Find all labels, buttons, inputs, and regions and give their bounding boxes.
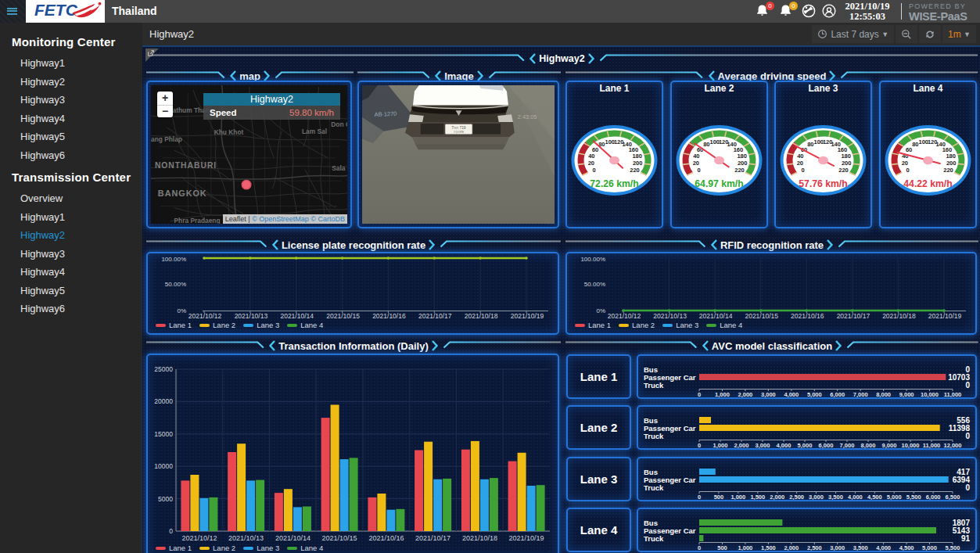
svg-text:20000: 20000	[154, 397, 173, 405]
svg-text:7กก 719: 7กก 719	[451, 126, 465, 130]
svg-text:Don C: Don C	[331, 120, 347, 128]
svg-text:180: 180	[946, 153, 956, 160]
svg-text:1,500: 1,500	[750, 494, 765, 500]
svg-text:2021/10/17: 2021/10/17	[418, 312, 452, 320]
svg-text:1,000: 1,000	[731, 494, 745, 500]
svg-text:2,500: 2,500	[789, 494, 804, 500]
svg-text:2021/10/13: 2021/10/13	[653, 312, 687, 320]
svg-text:100.00%: 100.00%	[580, 256, 605, 263]
svg-text:5,000: 5,000	[887, 494, 902, 500]
svg-text:5,000: 5,000	[807, 391, 822, 397]
svg-text:500: 500	[714, 494, 724, 500]
svg-text:2021/10/16: 2021/10/16	[368, 534, 404, 542]
svg-text:3,500: 3,500	[828, 494, 843, 500]
svg-text:2021/10/17: 2021/10/17	[837, 312, 871, 320]
svg-text:220: 220	[838, 167, 849, 174]
svg-text:4,000: 4,000	[777, 442, 792, 448]
svg-text:2021/10/14: 2021/10/14	[699, 312, 733, 320]
svg-text:2021/10/12: 2021/10/12	[608, 312, 641, 320]
svg-text:Truck: Truck	[644, 381, 664, 390]
svg-text:91: 91	[961, 534, 971, 543]
svg-text:6,000: 6,000	[926, 494, 941, 500]
svg-text:40: 40	[588, 153, 594, 160]
svg-text:15000: 15000	[154, 430, 173, 438]
svg-text:10,000: 10,000	[902, 442, 920, 448]
svg-text:0: 0	[697, 167, 700, 174]
svg-text:80: 80	[912, 141, 918, 148]
svg-text:40: 40	[797, 153, 803, 160]
svg-text:1,000: 1,000	[715, 391, 730, 397]
svg-text:2021/10/19: 2021/10/19	[928, 312, 962, 320]
svg-text:6,000: 6,000	[819, 442, 834, 448]
svg-text:0: 0	[801, 167, 804, 174]
svg-text:2021/10/16: 2021/10/16	[372, 312, 406, 320]
svg-text:2021/10/13: 2021/10/13	[235, 312, 268, 320]
svg-text:Phra Pradaeng: Phra Pradaeng	[174, 217, 221, 224]
svg-text:6,000: 6,000	[830, 391, 845, 397]
svg-text:72.26 km/h: 72.26 km/h	[590, 178, 638, 189]
svg-text:25000: 25000	[154, 365, 173, 373]
svg-text:2,500: 2,500	[807, 544, 822, 551]
svg-text:180: 180	[632, 153, 642, 160]
svg-text:0: 0	[698, 442, 701, 448]
svg-text:44.22 km/h: 44.22 km/h	[903, 178, 952, 189]
svg-text:Truck: Truck	[644, 534, 664, 543]
svg-text:8,000: 8,000	[876, 391, 891, 397]
svg-text:7,000: 7,000	[840, 442, 855, 448]
svg-text:4,500: 4,500	[867, 494, 882, 500]
svg-text:0: 0	[698, 494, 701, 500]
svg-text:180: 180	[841, 153, 851, 160]
svg-text:20: 20	[797, 160, 803, 167]
svg-text:4,000: 4,000	[784, 391, 799, 397]
svg-text:60: 60	[592, 146, 598, 153]
svg-text:5,500: 5,500	[906, 494, 921, 500]
svg-text:2021/10/19: 2021/10/19	[509, 534, 544, 542]
svg-text:1,000: 1,000	[713, 442, 728, 448]
svg-text:3,000: 3,000	[830, 544, 845, 551]
svg-text:Truck: Truck	[644, 432, 664, 440]
svg-text:64.97 km/h: 64.97 km/h	[695, 178, 743, 189]
svg-text:2021/10/18: 2021/10/18	[882, 312, 916, 320]
svg-text:2021/10/15: 2021/10/15	[745, 312, 778, 320]
svg-text:9,000: 9,000	[899, 391, 914, 397]
svg-text:0: 0	[965, 381, 970, 390]
svg-text:50.00%: 50.00%	[584, 281, 605, 288]
svg-text:3,500: 3,500	[853, 544, 868, 551]
svg-text:1,500: 1,500	[761, 544, 776, 551]
svg-text:0: 0	[592, 167, 595, 174]
svg-text:0: 0	[169, 527, 173, 535]
svg-text:0: 0	[965, 432, 970, 440]
svg-text:ang Phlap: ang Phlap	[151, 135, 182, 143]
svg-text:0: 0	[698, 544, 701, 551]
svg-text:0%: 0%	[177, 307, 186, 314]
svg-text:220: 220	[943, 167, 953, 174]
svg-text:0: 0	[906, 167, 909, 174]
svg-text:10000: 10000	[154, 462, 173, 470]
svg-text:0: 0	[965, 483, 970, 492]
svg-text:2021/10/17: 2021/10/17	[415, 534, 451, 542]
svg-text:6,500: 6,500	[946, 494, 960, 500]
svg-text:5,000: 5,000	[798, 442, 813, 448]
svg-text:AB·1270: AB·1270	[374, 110, 397, 118]
svg-text:2021/10/15: 2021/10/15	[322, 534, 357, 542]
svg-text:7,000: 7,000	[853, 391, 868, 397]
svg-text:0%: 0%	[596, 307, 605, 314]
svg-text:11,000: 11,000	[923, 442, 941, 448]
svg-text:1,000: 1,000	[738, 544, 753, 551]
svg-text:5,500: 5,500	[946, 544, 960, 551]
svg-text:2021/10/18: 2021/10/18	[462, 534, 497, 542]
svg-text:3,000: 3,000	[761, 391, 776, 397]
svg-text:2021/10/12: 2021/10/12	[188, 312, 222, 320]
svg-text:BANGKOK: BANGKOK	[158, 189, 207, 198]
svg-text:60: 60	[906, 146, 912, 153]
svg-text:220: 220	[734, 167, 745, 174]
svg-text:20: 20	[693, 160, 699, 167]
svg-text:12,000: 12,000	[944, 442, 962, 448]
svg-text:0: 0	[698, 391, 701, 397]
svg-text:20: 20	[902, 160, 908, 167]
svg-text:2021/10/12: 2021/10/12	[181, 534, 217, 542]
svg-text:4,000: 4,000	[876, 544, 891, 551]
svg-text:2,000: 2,000	[734, 442, 749, 448]
svg-text:4,500: 4,500	[899, 544, 914, 551]
svg-text:Truck: Truck	[644, 483, 664, 492]
